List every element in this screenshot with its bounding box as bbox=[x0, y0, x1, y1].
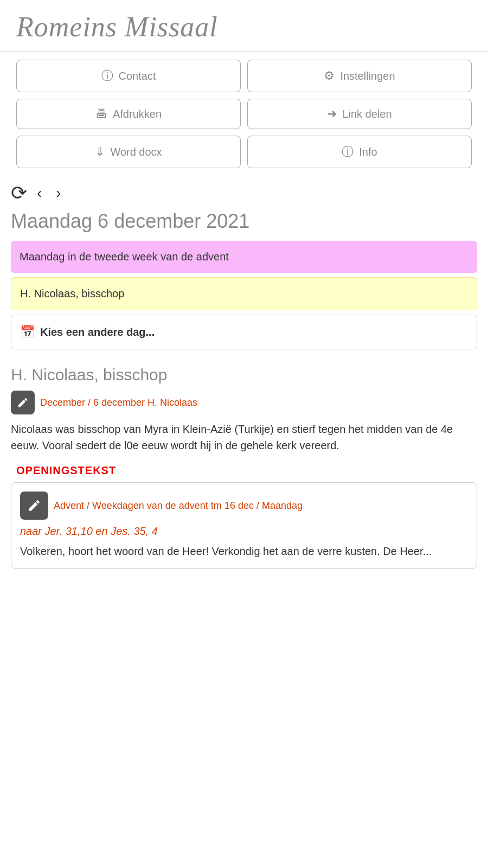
info-button[interactable]: ⓘ Info bbox=[247, 136, 472, 168]
gear-icon: ⚙ bbox=[324, 69, 335, 83]
pencil-icon bbox=[17, 397, 29, 409]
download-icon: ⇓ bbox=[95, 145, 105, 159]
content-heading: H. Nicolaas, bisschop bbox=[11, 366, 477, 384]
info-icon: ⓘ bbox=[342, 144, 354, 160]
inner-breadcrumb-row: Advent / Weekdagen van de advent tm 16 d… bbox=[20, 492, 468, 520]
print-icon: 🖶 bbox=[95, 107, 107, 121]
inner-breadcrumb-text: Advent / Weekdagen van de advent tm 16 d… bbox=[54, 500, 303, 512]
question-icon: ⓘ bbox=[101, 68, 113, 84]
header: Romeins Missaal bbox=[0, 0, 488, 52]
pink-event-card[interactable]: Maandag in de tweede week van de advent bbox=[11, 241, 477, 273]
history-icon[interactable]: ⟳ bbox=[11, 182, 27, 205]
date-navigation: ⟳ ‹ › bbox=[0, 176, 488, 207]
afdrukken-button[interactable]: 🖶 Afdrukken bbox=[16, 99, 241, 129]
section-label: OPENINGSTEKST bbox=[11, 464, 477, 477]
contact-button[interactable]: ⓘ Contact bbox=[16, 60, 241, 92]
breadcrumb-text: December / 6 december H. Nicolaas bbox=[40, 397, 197, 409]
pencil-icon-medium bbox=[27, 499, 41, 513]
share-icon: ➜ bbox=[327, 107, 337, 121]
link-delen-button[interactable]: ➜ Link delen bbox=[247, 99, 472, 129]
verse-reference: naar Jer. 31,10 en Jes. 35, 4 bbox=[20, 525, 468, 538]
edit-button-medium[interactable] bbox=[20, 492, 48, 520]
body-description: Nicolaas was bisschop van Myra in Klein-… bbox=[11, 421, 477, 454]
breadcrumb-row: December / 6 december H. Nicolaas bbox=[11, 391, 477, 414]
verse-body: Volkeren, hoort het woord van de Heer! V… bbox=[20, 543, 468, 559]
edit-button-small[interactable] bbox=[11, 391, 35, 414]
main-content: H. Nicolaas, bisschop December / 6 decem… bbox=[0, 358, 488, 585]
prev-day-button[interactable]: ‹ bbox=[33, 182, 46, 204]
instellingen-button[interactable]: ⚙ Instellingen bbox=[247, 60, 472, 92]
toolbar: ⓘ Contact ⚙ Instellingen 🖶 Afdrukken ➜ L… bbox=[0, 52, 488, 176]
openingstekst-box: Advent / Weekdagen van de advent tm 16 d… bbox=[11, 482, 477, 569]
calendar-icon: 📅 bbox=[20, 325, 35, 339]
next-day-button[interactable]: › bbox=[52, 182, 65, 204]
app-title: Romeins Missaal bbox=[16, 11, 472, 43]
day-picker-button[interactable]: 📅 Kies een andere dag... bbox=[11, 315, 477, 349]
yellow-event-card[interactable]: H. Nicolaas, bisschop bbox=[11, 277, 477, 310]
word-docx-button[interactable]: ⇓ Word docx bbox=[16, 136, 241, 168]
current-date: Maandag 6 december 2021 bbox=[0, 207, 488, 241]
